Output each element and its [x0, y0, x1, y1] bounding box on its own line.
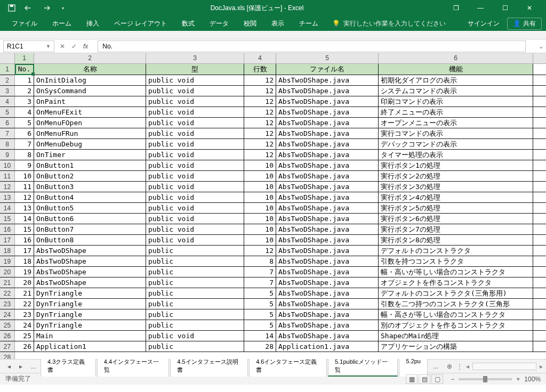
row-header[interactable]: 27: [0, 341, 15, 352]
cell-func[interactable]: デバックコマンドの表示: [379, 139, 533, 149]
page-layout-view-button[interactable]: ▤: [419, 374, 430, 384]
cell-name[interactable]: Main: [34, 331, 146, 341]
cell-func[interactable]: タイマー処理の表示: [379, 150, 533, 160]
cell-lines[interactable]: 28: [244, 341, 276, 352]
cell-lines[interactable]: 10: [244, 203, 276, 213]
column-header[interactable]: 2: [34, 53, 146, 63]
ribbon-tab-7[interactable]: 表示: [264, 16, 292, 31]
cell-func[interactable]: ShapeのMain処理: [379, 331, 533, 341]
cell-lines[interactable]: 10: [244, 171, 276, 181]
cell-lines[interactable]: 10: [244, 224, 276, 234]
cell-type[interactable]: public void: [146, 75, 244, 85]
cell-no[interactable]: 18: [15, 256, 34, 266]
cell-no[interactable]: 6: [15, 128, 34, 138]
ribbon-tab-6[interactable]: 校閲: [236, 16, 264, 31]
cell-file[interactable]: AbsTwoDShape.java: [276, 331, 379, 341]
cell-file[interactable]: Application1.java: [276, 341, 379, 352]
tab-nav-right[interactable]: ▸: [15, 363, 27, 370]
cell-lines[interactable]: 12: [244, 118, 276, 128]
row-header[interactable]: 17: [0, 235, 15, 245]
new-sheet-button[interactable]: ⊕: [443, 361, 456, 372]
select-all-corner[interactable]: [0, 53, 15, 63]
hscroll-right-icon[interactable]: ▸: [540, 363, 543, 370]
cell-file[interactable]: AbsTwoDShape.java: [276, 75, 379, 85]
cell-lines[interactable]: 12: [244, 139, 276, 149]
zoom-out-button[interactable]: −: [451, 375, 454, 383]
cell-file[interactable]: AbsTwoDShape.java: [276, 118, 379, 128]
row-header[interactable]: 9: [0, 150, 15, 160]
cell-file[interactable]: AbsTwoDShape.java: [276, 246, 379, 256]
cell-name[interactable]: OnMenuFOpen: [34, 118, 146, 128]
row-header[interactable]: 4: [0, 96, 15, 107]
cell-func[interactable]: 実行ボタン2の処理: [379, 171, 533, 181]
minimize-button[interactable]: —: [468, 0, 493, 16]
column-header[interactable]: 1: [15, 53, 34, 63]
page-break-view-button[interactable]: ▢: [431, 374, 443, 384]
row-header[interactable]: 6: [0, 118, 15, 128]
horizontal-scrollbar[interactable]: [472, 363, 536, 370]
cell-type[interactable]: public void: [146, 128, 244, 138]
cell-no[interactable]: 8: [15, 150, 34, 160]
cell-func[interactable]: 実行ボタン3の処理: [379, 182, 533, 192]
cell-name[interactable]: OnSysCommand: [34, 86, 146, 96]
cell-func[interactable]: 実行ボタン1の処理: [379, 160, 533, 170]
cell-file[interactable]: AbsTwoDShape.java: [276, 160, 379, 170]
cell-type[interactable]: public: [146, 288, 244, 298]
cell-file[interactable]: AbsTwoDShape.java: [276, 277, 379, 288]
close-button[interactable]: ✕: [517, 0, 542, 16]
cell-type[interactable]: public void: [146, 107, 244, 117]
cell-lines[interactable]: 7: [244, 277, 276, 288]
cell-func[interactable]: アプリケーションの構築: [379, 341, 533, 352]
cell-name[interactable]: AbsTwoDShape: [34, 256, 146, 266]
cell-file[interactable]: AbsTwoDShape.java: [276, 182, 379, 192]
cell-file[interactable]: AbsTwoDShape.java: [276, 128, 379, 138]
cell-lines[interactable]: 5: [244, 299, 276, 309]
cell-name[interactable]: OnButton3: [34, 182, 146, 192]
cell-lines[interactable]: 8: [244, 256, 276, 266]
cell-name[interactable]: OnButton5: [34, 203, 146, 213]
cell-type[interactable]: public void: [146, 96, 244, 107]
zoom-slider[interactable]: [459, 378, 512, 380]
column-header[interactable]: 4: [244, 53, 276, 63]
cell-name[interactable]: OnPaint: [34, 96, 146, 107]
cell-type[interactable]: public void: [146, 224, 244, 234]
cell-type[interactable]: public: [146, 341, 244, 352]
cell-name[interactable]: OnMenuFExit: [34, 107, 146, 117]
cell-no[interactable]: 15: [15, 224, 34, 234]
cell-func[interactable]: 実行ボタン6の処理: [379, 214, 533, 224]
row-header[interactable]: 11: [0, 171, 15, 181]
cell-type[interactable]: public: [146, 267, 244, 277]
tab-split-handle[interactable]: ⋮: [456, 363, 463, 370]
cell-type[interactable]: public: [146, 320, 244, 330]
ribbon-tab-2[interactable]: 挿入: [79, 16, 107, 31]
cell-no[interactable]: 16: [15, 235, 34, 245]
table-header-cell[interactable]: 機能: [379, 64, 533, 75]
ribbon-display-button[interactable]: ❐: [444, 0, 468, 16]
cell-lines[interactable]: 12: [244, 107, 276, 117]
cell-no[interactable]: 26: [15, 341, 34, 352]
redo-button[interactable]: [38, 2, 53, 14]
row-header[interactable]: 2: [0, 75, 15, 85]
cell-name[interactable]: OnButton7: [34, 224, 146, 234]
column-header[interactable]: 5: [276, 53, 379, 63]
cell-func[interactable]: 終了メニューの表示: [379, 107, 533, 117]
cell-name[interactable]: AbsTwoDShape: [34, 246, 146, 256]
cell-file[interactable]: AbsTwoDShape.java: [276, 256, 379, 266]
table-header-cell[interactable]: No.: [15, 64, 34, 75]
row-header[interactable]: 14: [0, 203, 15, 213]
row-header[interactable]: 26: [0, 331, 15, 341]
cell-file[interactable]: AbsTwoDShape.java: [276, 235, 379, 245]
cell-lines[interactable]: 12: [244, 75, 276, 85]
ribbon-tab-1[interactable]: ホーム: [45, 16, 79, 31]
cell-name[interactable]: OnMenuDebug: [34, 139, 146, 149]
enter-formula-icon[interactable]: ✓: [71, 43, 77, 50]
cell-func[interactable]: 引数を二つ持つのコンストラクタ(三角形: [379, 299, 533, 309]
row-header[interactable]: 13: [0, 192, 15, 202]
cell-type[interactable]: public void: [146, 171, 244, 181]
cell-name[interactable]: OnButton6: [34, 214, 146, 224]
cell-lines[interactable]: 12: [244, 150, 276, 160]
row-header[interactable]: 12: [0, 182, 15, 192]
normal-view-button[interactable]: ▦: [406, 374, 417, 384]
column-header[interactable]: 3: [146, 53, 244, 63]
cell-no[interactable]: 10: [15, 171, 34, 181]
